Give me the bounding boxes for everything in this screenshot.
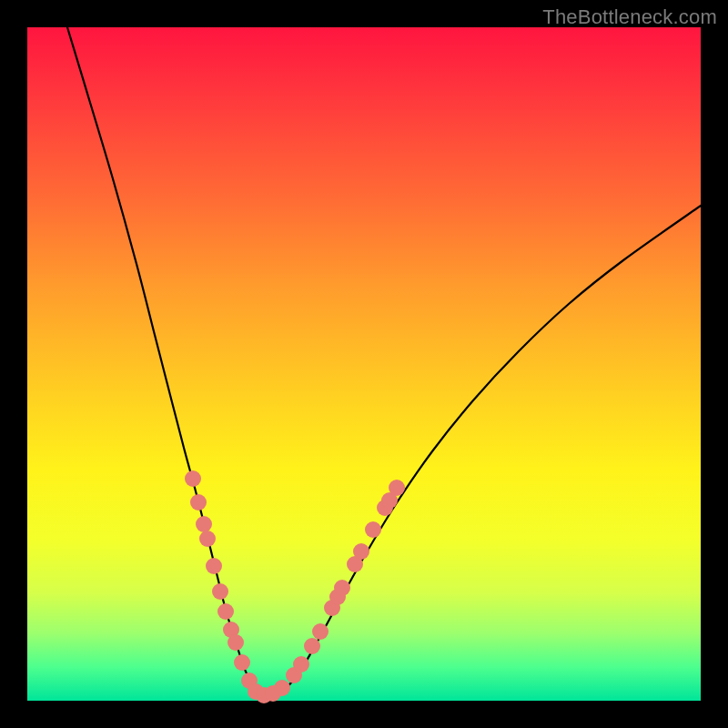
marker-dot xyxy=(274,680,290,696)
marker-dot xyxy=(304,638,320,654)
marker-dots-group xyxy=(185,470,405,703)
marker-dot xyxy=(353,543,369,560)
marker-dot xyxy=(389,480,405,496)
marker-dot xyxy=(190,494,207,511)
marker-dot xyxy=(234,654,250,671)
marker-dot xyxy=(196,516,212,532)
marker-dot xyxy=(312,623,329,640)
marker-dot xyxy=(212,583,228,600)
plot-area xyxy=(27,27,701,701)
marker-dot xyxy=(206,558,222,574)
marker-dot xyxy=(199,531,216,547)
marker-dot xyxy=(217,603,234,620)
marker-dot xyxy=(228,634,244,651)
marker-dot xyxy=(185,470,201,487)
marker-dot xyxy=(334,580,350,596)
bottleneck-curve xyxy=(67,27,701,696)
watermark-text: TheBottleneck.com xyxy=(542,5,717,29)
curve-svg xyxy=(27,27,701,701)
marker-dot xyxy=(293,656,309,672)
marker-dot xyxy=(365,521,381,538)
